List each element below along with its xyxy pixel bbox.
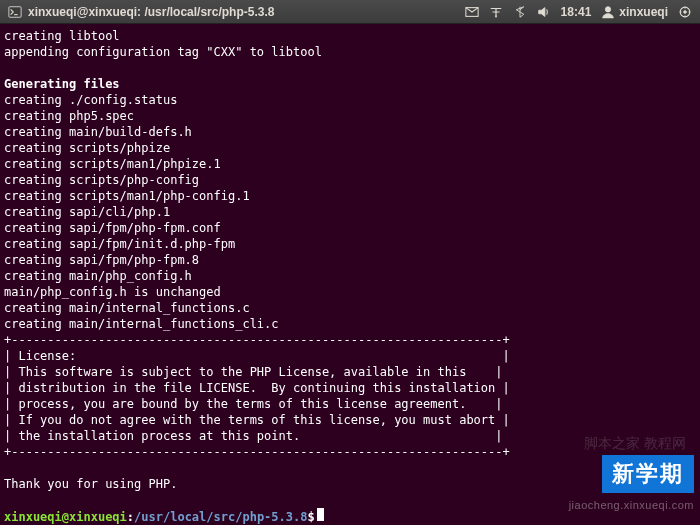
watermark-text-2: 脚本之家 教程网: [584, 435, 686, 453]
volume-icon[interactable]: [537, 5, 551, 19]
watermark-text-1: jiaocheng.xinxueqi.com: [569, 499, 694, 511]
svg-rect-0: [9, 6, 21, 17]
session-icon[interactable]: [678, 5, 692, 19]
watermark-badge: 新学期: [602, 455, 694, 493]
top-menubar: xinxueqi@xinxueqi: /usr/local/src/php-5.…: [0, 0, 700, 24]
network-icon[interactable]: [489, 5, 503, 19]
window-title-group: xinxueqi@xinxueqi: /usr/local/src/php-5.…: [8, 5, 274, 19]
clock[interactable]: 18:41: [561, 5, 592, 19]
svg-point-4: [684, 10, 687, 13]
user-icon: [601, 5, 615, 19]
svg-point-2: [606, 6, 611, 11]
terminal-icon: [8, 5, 22, 19]
system-tray: 18:41 xinxueqi: [465, 5, 692, 19]
bluetooth-icon[interactable]: [513, 5, 527, 19]
cursor: [317, 508, 324, 521]
prompt-user-host: xinxueqi@xinxueqi: [4, 509, 127, 525]
prompt-path: /usr/local/src/php-5.3.8: [134, 509, 307, 525]
user-menu[interactable]: xinxueqi: [601, 5, 668, 19]
window-title: xinxueqi@xinxueqi: /usr/local/src/php-5.…: [28, 5, 274, 19]
username-label: xinxueqi: [619, 5, 668, 19]
mail-icon[interactable]: [465, 5, 479, 19]
